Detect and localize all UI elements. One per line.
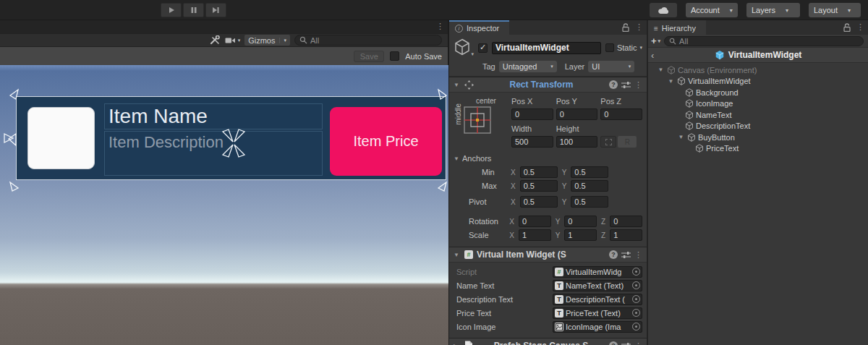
pos-y-field[interactable]: 0	[556, 108, 598, 120]
gameobject-name-field[interactable]: VirtualItemWidget	[492, 42, 601, 54]
presets-icon[interactable]	[621, 251, 631, 259]
prefab-back-button[interactable]: ‹	[651, 48, 654, 63]
tree-item-label: Canvas (Environment)	[678, 66, 757, 74]
help-icon[interactable]: ?	[609, 341, 618, 345]
scale-z-field[interactable]: 1	[610, 229, 642, 241]
object-picker-icon[interactable]	[632, 295, 640, 303]
pos-z-field[interactable]: 0	[600, 108, 642, 120]
create-object-button[interactable]: + ▾	[651, 35, 660, 46]
anchors-max-x-field[interactable]: 0.5	[520, 180, 558, 192]
tree-item-nametext[interactable]: NameText	[648, 109, 868, 121]
rotation-y-field[interactable]: 0	[564, 216, 597, 227]
gameobject-cube-area[interactable]: ▾	[454, 38, 474, 57]
chevron-down-icon[interactable]: ▾	[639, 45, 642, 51]
anchors-min-x-field[interactable]: 0.5	[520, 166, 558, 178]
step-button[interactable]	[205, 3, 226, 17]
scene-camera-button[interactable]: ▾	[225, 37, 241, 44]
tab-inspector[interactable]: i Inspector	[449, 20, 509, 35]
scale-x-field[interactable]: 1	[519, 229, 551, 241]
foldout-arrow-icon[interactable]: ▼	[667, 78, 675, 85]
auto-save-checkbox[interactable]	[390, 51, 399, 61]
width-field[interactable]: 500	[511, 136, 553, 148]
help-icon[interactable]: ?	[609, 250, 618, 259]
gameobject-cube-icon	[677, 77, 686, 85]
scene-viewport[interactable]: Item Name Item Description Item Price	[0, 65, 448, 345]
step-icon	[212, 7, 220, 14]
account-dropdown[interactable]: Account ▾	[686, 3, 738, 17]
virtual-item-widget-preview[interactable]: Item Name Item Description Item Price	[16, 96, 446, 180]
object-picker-icon[interactable]	[632, 268, 640, 276]
gizmos-dropdown[interactable]: Gizmos ▾	[244, 35, 290, 46]
cloud-services-button[interactable]	[650, 3, 677, 17]
tree-item-buybutton[interactable]: ▼ BuyButton	[648, 132, 868, 143]
foldout-arrow-icon[interactable]: ▼	[454, 82, 461, 88]
inspector-menu-icon[interactable]: ⋮	[635, 22, 643, 32]
object-picker-icon[interactable]	[632, 309, 640, 317]
tag-dropdown[interactable]: Untagged ▾	[499, 61, 557, 72]
rect-transform-header[interactable]: ▼ Rect Transform ? ⋮	[449, 77, 647, 93]
raw-edit-button[interactable]: R	[618, 136, 637, 148]
foldout-arrow-icon[interactable]: ▼	[454, 252, 461, 258]
hierarchy-menu-icon[interactable]: ⋮	[856, 22, 864, 32]
x-axis-label: X	[509, 218, 514, 226]
lock-icon[interactable]	[843, 23, 851, 32]
anchors-foldout[interactable]: ▼ Anchors	[454, 153, 642, 164]
scene-menu-icon[interactable]: ⋮	[436, 22, 444, 31]
x-axis-label: X	[511, 182, 516, 190]
prefab-stage-canvas-header[interactable]: ▶ Prefab Stage Canvas S ? ⋮	[449, 338, 647, 345]
layers-dropdown[interactable]: Layers ▾	[746, 3, 800, 17]
scene-search-input[interactable]: All	[294, 35, 442, 46]
presets-icon[interactable]	[621, 342, 631, 345]
play-button[interactable]	[161, 3, 182, 17]
price-text-object-field[interactable]: T PriceText (Text)	[553, 307, 642, 319]
object-picker-icon[interactable]	[632, 323, 640, 331]
component-menu-icon[interactable]: ⋮	[634, 80, 642, 90]
rotation-x-field[interactable]: 0	[519, 216, 551, 227]
height-field[interactable]: 100	[556, 136, 598, 148]
icon-image-object-field[interactable]: IconImage (Ima	[553, 321, 642, 333]
tree-item-pricetext[interactable]: PriceText	[648, 143, 868, 155]
tree-item-iconimage[interactable]: IconImage	[648, 98, 868, 110]
scene-tools-button[interactable]	[210, 35, 221, 45]
pivot-x-field[interactable]: 0.5	[520, 196, 558, 208]
name-text-object-field[interactable]: T NameText (Text)	[553, 280, 642, 291]
rotation-z-field[interactable]: 0	[610, 216, 642, 227]
lock-icon[interactable]	[621, 23, 629, 32]
tab-hierarchy[interactable]: ≡ Hierarchy	[648, 20, 706, 35]
presets-icon[interactable]	[621, 81, 631, 89]
script-object-field[interactable]: # VirtualItemWidg	[553, 266, 642, 278]
virtual-item-widget-header[interactable]: ▼ # Virtual Item Widget (S ? ⋮	[449, 247, 647, 263]
widget-buy-button[interactable]: Item Price	[330, 107, 442, 176]
help-icon[interactable]: ?	[609, 80, 618, 89]
layout-dropdown[interactable]: Layout ▾	[809, 3, 861, 17]
description-text-object-field[interactable]: T DescriptionText (	[553, 294, 642, 305]
anchor-preset-icon[interactable]	[462, 105, 493, 135]
pivot-y-field[interactable]: 0.5	[571, 196, 608, 208]
anchors-min-y-field[interactable]: 0.5	[571, 166, 608, 178]
save-button[interactable]: Save	[354, 51, 384, 62]
scale-y-field[interactable]: 1	[564, 229, 597, 241]
pause-button[interactable]	[183, 3, 204, 17]
component-menu-icon[interactable]: ⋮	[634, 341, 642, 345]
gameobject-cube-icon	[454, 38, 471, 56]
widget-description-text[interactable]: Item Description	[104, 131, 323, 176]
pos-x-field[interactable]: 0	[511, 108, 553, 120]
tree-item-descriptiontext[interactable]: DescriptionText	[648, 121, 868, 132]
widget-icon-image[interactable]	[27, 107, 95, 169]
tree-item-virtualitemwidget[interactable]: ▼ VirtualItemWidget	[648, 76, 868, 88]
foldout-arrow-icon[interactable]: ▼	[677, 134, 685, 140]
widget-name-text[interactable]: Item Name	[104, 103, 323, 129]
tree-item-background[interactable]: Background	[648, 87, 868, 98]
active-checkbox[interactable]: ✓	[478, 43, 488, 53]
foldout-arrow-icon[interactable]: ▶	[454, 343, 461, 345]
static-checkbox[interactable]	[605, 43, 614, 52]
tree-item-canvas[interactable]: ▼ Canvas (Environment)	[648, 64, 868, 76]
layer-dropdown[interactable]: UI ▾	[588, 61, 634, 72]
object-picker-icon[interactable]	[632, 281, 640, 289]
tree-item-label: IconImage	[696, 99, 733, 108]
blueprint-mode-button[interactable]	[600, 136, 616, 148]
anchors-max-y-field[interactable]: 0.5	[571, 180, 608, 192]
component-menu-icon[interactable]: ⋮	[634, 250, 642, 260]
foldout-arrow-icon[interactable]: ▼	[657, 67, 665, 73]
hierarchy-search-input[interactable]: All	[664, 36, 864, 46]
